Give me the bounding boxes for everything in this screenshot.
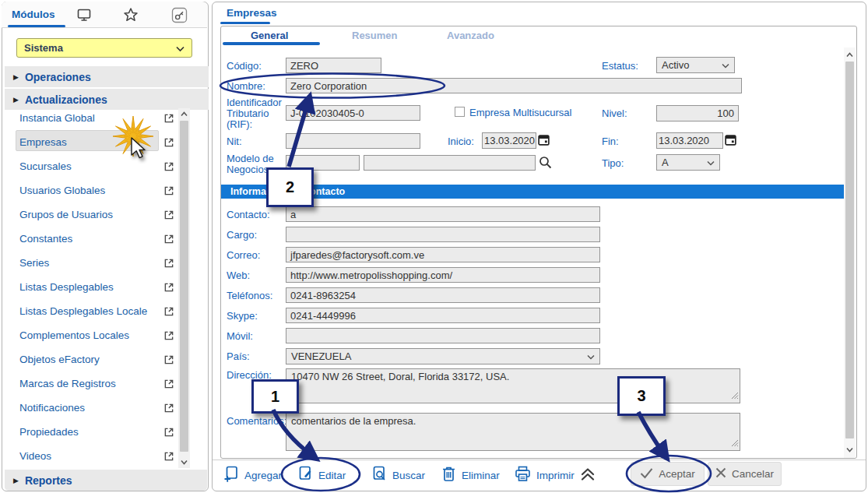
magnifier-icon[interactable]: [539, 156, 552, 172]
movil-label: Móvil:: [227, 331, 253, 342]
buscar-button[interactable]: Buscar: [371, 464, 425, 486]
pais-select[interactable]: VENEZUELA: [286, 348, 600, 364]
external-link-icon[interactable]: [163, 403, 174, 417]
external-link-icon[interactable]: [163, 451, 174, 465]
form-scrollbar-thumb[interactable]: [845, 62, 854, 438]
cancelar-button[interactable]: Cancelar: [708, 462, 782, 486]
sidebar-item-marcas-de-registros[interactable]: Marcas de Registros: [5, 372, 177, 395]
page-title: Empresas: [227, 7, 277, 19]
estatus-select[interactable]: Activo: [656, 57, 735, 73]
external-link-icon[interactable]: [163, 354, 174, 368]
cargo-label: Cargo:: [227, 230, 257, 241]
codigo-label: Código:: [227, 61, 262, 72]
multisucursal-checkbox[interactable]: [455, 107, 465, 117]
skype-label: Skype:: [227, 311, 258, 322]
sidebar-item-instancia-global[interactable]: Instancia Global: [5, 107, 177, 129]
external-link-icon[interactable]: [163, 306, 174, 320]
fin-date-input[interactable]: 13.03.2020: [656, 132, 723, 149]
contacto-input[interactable]: a: [286, 206, 600, 222]
direccion-textarea[interactable]: 10470 NW 26 Street, Doral, Florida 33172…: [286, 368, 740, 403]
sidebar-item-sucursales[interactable]: Sucursales: [5, 155, 177, 178]
tab-avanzado[interactable]: Avanzado: [447, 30, 494, 41]
multisucursal-label: Empresa Multisucursal: [469, 107, 572, 118]
comentarios-label: Comentarios:: [227, 416, 286, 427]
resize-grip-icon[interactable]: [731, 390, 739, 402]
sidebar-item-grupos-de-usuarios[interactable]: Grupos de Usuarios: [5, 203, 177, 226]
correo-input[interactable]: jfparedes@factorysoft.com.ve: [286, 247, 600, 262]
cargo-input[interactable]: [286, 227, 600, 242]
monitor-icon: [76, 7, 92, 26]
telefonos-input[interactable]: 0241-8963254: [286, 287, 600, 303]
web-input[interactable]: http://www.metropolisshopping.com/: [286, 267, 600, 283]
tab-general[interactable]: General: [251, 30, 288, 41]
tab-screens[interactable]: [71, 7, 97, 26]
external-link-icon[interactable]: [163, 137, 174, 151]
external-link-icon[interactable]: [163, 330, 174, 344]
external-link-icon[interactable]: [163, 185, 174, 199]
agregar-button[interactable]: Agregar: [223, 464, 282, 486]
sidebar-item-propiedades[interactable]: Propiedades: [5, 421, 177, 443]
scroll-down-icon[interactable]: [181, 459, 188, 467]
external-link-icon[interactable]: [163, 379, 174, 393]
collapse-double-chevron-up-icon[interactable]: [579, 467, 596, 485]
sidebar-item-listas-desplegables-locales[interactable]: Listas Desplegables Locale: [5, 300, 177, 322]
external-link-icon[interactable]: [163, 234, 174, 248]
scroll-down-icon[interactable]: [846, 446, 853, 454]
scroll-up-icon[interactable]: [181, 111, 188, 118]
codigo-input[interactable]: ZERO: [286, 58, 381, 73]
tab-favorites[interactable]: [118, 7, 144, 26]
aceptar-button[interactable]: Aceptar: [631, 462, 705, 486]
sidebar-item-listas-desplegables[interactable]: Listas Desplegables: [5, 276, 177, 298]
modelo-name-input[interactable]: [364, 155, 536, 171]
sidebar-scrollbar-thumb[interactable]: [180, 121, 188, 452]
eliminar-button[interactable]: Eliminar: [441, 464, 500, 486]
section-header-contacto: Información de Contacto: [221, 185, 844, 199]
nivel-input[interactable]: 100: [656, 105, 739, 121]
resize-grip-icon[interactable]: [731, 438, 739, 449]
trash-icon: [441, 466, 456, 484]
nit-input[interactable]: [286, 133, 420, 149]
tab-modulos[interactable]: Módulos: [12, 9, 55, 20]
chevron-down-icon: [722, 59, 729, 71]
movil-input[interactable]: [286, 328, 600, 343]
calendar-icon[interactable]: [538, 134, 550, 149]
external-link-icon[interactable]: [163, 161, 174, 175]
editar-button[interactable]: Editar: [297, 464, 346, 486]
key-icon: [171, 7, 188, 26]
tab-resumen[interactable]: Resumen: [352, 30, 398, 41]
imprimir-button[interactable]: Imprimir: [515, 464, 575, 486]
accordion-operaciones[interactable]: ▶ Operaciones: [5, 66, 209, 87]
tab-general-underline: [223, 42, 320, 45]
sidebar-item-objetos-efactory[interactable]: Objetos eFactory: [5, 348, 177, 371]
comentarios-textarea[interactable]: comentarios de la empresa.: [286, 413, 740, 451]
chevron-down-icon: [587, 350, 595, 362]
external-link-icon[interactable]: [163, 427, 174, 441]
calendar-icon[interactable]: [725, 134, 736, 149]
triangle-right-icon: ▶: [13, 96, 19, 104]
module-select-value: Sistema: [24, 42, 63, 54]
rif-label: Identificador Tributario (RIF):: [227, 97, 290, 130]
accordion-reportes[interactable]: ▶ Reportes: [5, 470, 207, 491]
sidebar-item-complementos-locales[interactable]: Complementos Locales: [5, 324, 177, 347]
tipo-select[interactable]: A: [656, 154, 720, 171]
sidebar-item-empresas[interactable]: Empresas: [5, 131, 177, 153]
sidebar-item-videos[interactable]: Videos: [5, 445, 177, 467]
triangle-right-icon: ▶: [13, 477, 19, 484]
scroll-up-icon[interactable]: [846, 51, 853, 59]
x-icon: [715, 467, 726, 481]
module-select[interactable]: Sistema: [16, 38, 192, 58]
external-link-icon[interactable]: [163, 113, 174, 127]
sidebar-item-constantes[interactable]: Constantes: [5, 227, 177, 250]
check-icon: [640, 467, 653, 481]
external-link-icon[interactable]: [163, 282, 174, 296]
external-link-icon[interactable]: [163, 210, 174, 224]
sidebar-item-series[interactable]: Series: [5, 252, 177, 274]
nombre-input[interactable]: Zero Corporation: [286, 78, 742, 93]
rif-input[interactable]: J-0102030405-0: [286, 105, 420, 121]
inicio-date-input[interactable]: 13.03.2020: [482, 132, 536, 149]
sidebar-item-notificaciones[interactable]: Notificaciones: [5, 396, 177, 419]
tab-access-keys[interactable]: [166, 7, 192, 26]
skype-input[interactable]: 0241-4449996: [286, 308, 600, 323]
external-link-icon[interactable]: [163, 258, 174, 272]
sidebar-item-usuarios-globales[interactable]: Usuarios Globales: [5, 179, 177, 202]
